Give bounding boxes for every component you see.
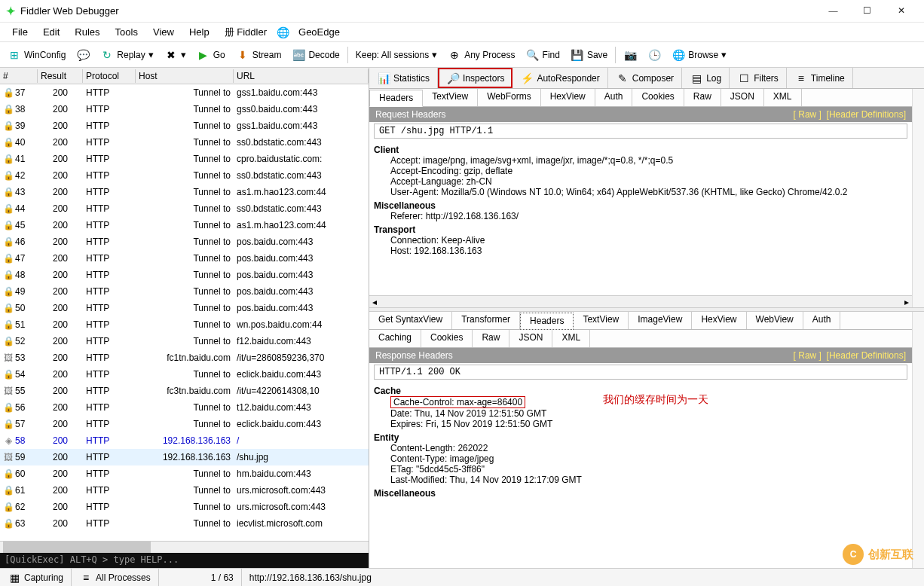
menu-file[interactable]: File <box>6 24 34 40</box>
resp-tab-webview[interactable]: WebView <box>747 312 803 329</box>
resp-raw-link[interactable]: [ Raw ] <box>794 350 822 361</box>
req-tab-xml[interactable]: XML <box>764 89 802 106</box>
col-num[interactable]: # <box>0 69 38 83</box>
resp-tab-getsyntaxview[interactable]: Get SyntaxView <box>369 312 452 329</box>
tab-timeline[interactable]: ≡Timeline <box>787 68 853 88</box>
session-row[interactable]: 🔒37200HTTPTunnel togss1.baidu.com:443 <box>0 84 369 101</box>
session-row[interactable]: 🔒39200HTTPTunnel togss1.baidu.com:443 <box>0 118 369 134</box>
request-headers-content[interactable]: ClientAccept: image/png, image/svg+xml, … <box>369 140 912 295</box>
resp-tab-auth[interactable]: Auth <box>803 312 841 329</box>
any-process-button[interactable]: ⊕Any Process <box>443 47 519 63</box>
request-hscroll[interactable]: ◂▸ <box>369 295 912 307</box>
resp-tab-transformer[interactable]: Transformer <box>452 312 520 329</box>
req-tab-auth[interactable]: Auth <box>595 89 633 106</box>
session-row[interactable]: 🔒40200HTTPTunnel toss0.bdstatic.com:443 <box>0 134 369 151</box>
session-row[interactable]: 🔒44200HTTPTunnel toss0.bdstatic.com:443 <box>0 200 369 217</box>
req-headerdef-link[interactable]: [Header Definitions] <box>827 109 906 120</box>
remove-button[interactable]: ✖▾ <box>160 47 191 63</box>
session-row[interactable]: 🔒43200HTTPTunnel toas1.m.hao123.com:44 <box>0 184 369 200</box>
winconfig-button[interactable]: ⊞WinConfig <box>3 47 70 63</box>
session-row[interactable]: 🖼59200HTTP192.168.136.163/shu.jpg <box>0 449 369 465</box>
req-tab-cookies[interactable]: Cookies <box>632 89 684 106</box>
find-button[interactable]: 🔍Find <box>522 47 564 63</box>
quickexec-input[interactable]: [QuickExec] ALT+Q > type HELP... <box>0 553 369 568</box>
session-row[interactable]: 🔒38200HTTPTunnel togss0.baidu.com:443 <box>0 101 369 118</box>
resp-tab-headers[interactable]: Headers <box>520 313 574 330</box>
menu-fiddler-link[interactable]: 册 Fiddler <box>219 23 273 41</box>
menu-geoedge[interactable]: GeoEdge <box>292 24 346 40</box>
resp-tab-cookies[interactable]: Cookies <box>421 330 473 347</box>
menu-help[interactable]: Help <box>183 24 216 40</box>
session-row[interactable]: 🔒47200HTTPTunnel topos.baidu.com:443 <box>0 250 369 267</box>
resp-tab-imageview[interactable]: ImageView <box>629 312 692 329</box>
replay-button[interactable]: ↻Replay ▾ <box>96 47 158 63</box>
maximize-button[interactable]: ☐ <box>850 1 884 22</box>
response-vscroll[interactable] <box>912 312 924 568</box>
session-row[interactable]: 🔒57200HTTPTunnel toeclick.baidu.com:443 <box>0 416 369 432</box>
menu-rules[interactable]: Rules <box>69 24 106 40</box>
timer-button[interactable]: 🕒 <box>643 47 665 63</box>
save-button[interactable]: 💾Save <box>566 47 612 63</box>
status-capturing[interactable]: ▦Capturing <box>0 569 72 586</box>
session-row[interactable]: 🖼55200HTTPfc3tn.baidu.com/it/u=422061430… <box>0 383 369 399</box>
req-raw-link[interactable]: [ Raw ] <box>794 109 822 120</box>
session-row[interactable]: 🔒61200HTTPTunnel tours.microsoft.com:443 <box>0 482 369 499</box>
session-row[interactable]: 🔒62200HTTPTunnel tours.microsoft.com:443 <box>0 499 369 515</box>
col-url[interactable]: URL <box>234 69 369 83</box>
session-row[interactable]: 🔒45200HTTPTunnel toas1.m.hao123.com:44 <box>0 217 369 233</box>
req-tab-textview[interactable]: TextView <box>423 89 478 106</box>
keep-sessions-dropdown[interactable]: Keep: All sessions ▾ <box>351 47 442 62</box>
stream-button[interactable]: ⬇Stream <box>231 47 286 63</box>
resp-tab-hexview[interactable]: HexView <box>692 312 746 329</box>
session-row[interactable]: 🔒50200HTTPTunnel topos.baidu.com:443 <box>0 300 369 316</box>
sessions-list[interactable]: # Result Protocol Host URL 🔒37200HTTPTun… <box>0 68 369 553</box>
req-tab-json[interactable]: JSON <box>721 89 764 106</box>
resp-tab-textview[interactable]: TextView <box>574 312 629 329</box>
session-row[interactable]: 🔒48200HTTPTunnel topos.baidu.com:443 <box>0 267 369 283</box>
menu-edit[interactable]: Edit <box>37 24 66 40</box>
resp-tab-xml[interactable]: XML <box>552 330 590 347</box>
req-tab-webforms[interactable]: WebForms <box>478 89 540 106</box>
response-headers-content[interactable]: 我们的缓存时间为一天 CacheCache-Control: max-age=8… <box>369 381 912 568</box>
resp-headerdef-link[interactable]: [Header Definitions] <box>827 350 906 361</box>
resp-tab-json[interactable]: JSON <box>509 330 552 347</box>
tab-inspectors[interactable]: 🔎Inspectors <box>438 68 512 88</box>
minimize-button[interactable]: — <box>816 1 850 22</box>
close-button[interactable]: ✕ <box>884 1 918 22</box>
session-row[interactable]: 🖼53200HTTPfc1tn.baidu.com/it/u=286085923… <box>0 349 369 366</box>
tab-log[interactable]: ▤Log <box>682 68 730 88</box>
session-row[interactable]: 🔒60200HTTPTunnel tohm.baidu.com:443 <box>0 465 369 482</box>
resp-tab-raw[interactable]: Raw <box>473 330 509 347</box>
session-row[interactable]: 🔒41200HTTPTunnel tocpro.baidustatic.com: <box>0 151 369 167</box>
session-row[interactable]: 🔒42200HTTPTunnel toss0.bdstatic.com:443 <box>0 167 369 184</box>
tab-filters[interactable]: ☐Filters <box>730 68 787 88</box>
req-tab-hexview[interactable]: HexView <box>541 89 595 106</box>
browse-button[interactable]: 🌐Browse ▾ <box>667 47 731 63</box>
session-row[interactable]: 🔒51200HTTPTunnel town.pos.baidu.com:44 <box>0 316 369 333</box>
req-tab-raw[interactable]: Raw <box>684 89 721 106</box>
session-row[interactable]: 🔒46200HTTPTunnel topos.baidu.com:443 <box>0 233 369 250</box>
session-row[interactable]: ◈58200HTTP192.168.136.163/ <box>0 432 369 449</box>
tab-autoresponder[interactable]: ⚡AutoResponder <box>512 68 607 88</box>
tab-statistics[interactable]: 📊Statistics <box>369 68 438 88</box>
request-vscroll[interactable] <box>912 89 924 307</box>
col-host[interactable]: Host <box>136 69 234 83</box>
menu-view[interactable]: View <box>147 24 180 40</box>
sessions-hscroll[interactable] <box>0 541 369 553</box>
resp-tab-caching[interactable]: Caching <box>369 330 421 347</box>
session-row[interactable]: 🔒63200HTTPTunnel toiecvlist.microsoft.co… <box>0 515 369 532</box>
session-row[interactable]: 🔒54200HTTPTunnel toeclick.baidu.com:443 <box>0 366 369 383</box>
status-allprocesses[interactable]: ≡All Processes <box>72 569 159 586</box>
col-result[interactable]: Result <box>38 69 83 83</box>
screenshot-button[interactable]: 📷 <box>619 47 641 63</box>
req-tab-headers[interactable]: Headers <box>369 90 423 107</box>
tab-composer[interactable]: ✎Composer <box>608 68 682 88</box>
session-row[interactable]: 🔒49200HTTPTunnel topos.baidu.com:443 <box>0 283 369 300</box>
menu-tools[interactable]: Tools <box>109 24 144 40</box>
go-button[interactable]: ▶Go <box>192 47 230 63</box>
session-row[interactable]: 🔒56200HTTPTunnel tot12.baidu.com:443 <box>0 399 369 416</box>
comment-button[interactable]: 💬 <box>72 47 94 63</box>
decode-button[interactable]: 🔤Decode <box>287 47 344 63</box>
col-protocol[interactable]: Protocol <box>83 69 136 83</box>
session-row[interactable]: 🔒52200HTTPTunnel tof12.baidu.com:443 <box>0 333 369 349</box>
